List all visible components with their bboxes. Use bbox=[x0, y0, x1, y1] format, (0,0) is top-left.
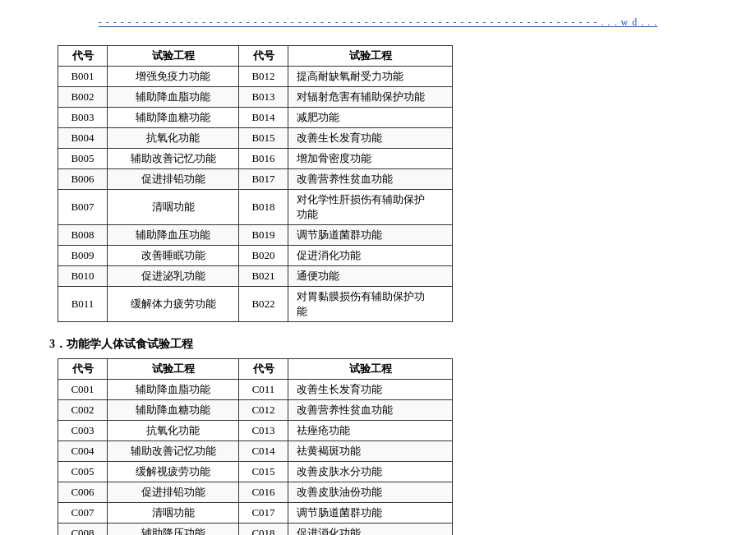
header-c-code1: 代号 bbox=[58, 359, 108, 380]
c-code2: C014 bbox=[239, 441, 288, 462]
b-code1: B004 bbox=[58, 128, 108, 149]
table-row: C001辅助降血脂功能C011改善生长发育功能 bbox=[58, 380, 453, 400]
b-code2: B013 bbox=[239, 87, 288, 108]
table-row: B002辅助降血脂功能B013对辐射危害有辅助保护功能 bbox=[58, 87, 453, 108]
b-code1: B001 bbox=[58, 67, 108, 87]
table-row: B007清咽功能B018对化学性肝损伤有辅助保护功能 bbox=[58, 190, 453, 225]
table-row: C002辅助降血糖功能C012改善营养性贫血功能 bbox=[58, 400, 453, 421]
table-row: C005缓解视疲劳功能C015改善皮肤水分功能 bbox=[58, 462, 453, 482]
c-name2: 促进消化功能 bbox=[288, 523, 453, 536]
c-code1: C005 bbox=[58, 462, 108, 482]
table-row: B003辅助降血糖功能B014减肥功能 bbox=[58, 108, 453, 128]
b-code2: B019 bbox=[239, 225, 288, 246]
b-code2: B016 bbox=[239, 149, 288, 169]
c-code1: C006 bbox=[58, 482, 108, 503]
c-code1: C003 bbox=[58, 421, 108, 441]
header-b-code2: 代号 bbox=[239, 46, 288, 67]
c-name2: 调节肠道菌群功能 bbox=[288, 503, 453, 523]
b-name2: 减肥功能 bbox=[288, 108, 453, 128]
c-name1: 抗氧化功能 bbox=[108, 421, 239, 441]
c-name2: 改善皮肤油份功能 bbox=[288, 482, 453, 503]
b-name1: 改善睡眠功能 bbox=[108, 246, 239, 266]
table-row: B009改善睡眠功能B020促进消化功能 bbox=[58, 246, 453, 266]
b-code1: B007 bbox=[58, 190, 108, 225]
b-code2: B020 bbox=[239, 246, 288, 266]
b-code2: B012 bbox=[239, 67, 288, 87]
section3-title: 3．功能学人体试食试验工程 bbox=[49, 337, 723, 352]
header-b-code1: 代号 bbox=[58, 46, 108, 67]
c-name1: 辅助降血糖功能 bbox=[108, 400, 239, 421]
b-name1: 辅助降血糖功能 bbox=[108, 108, 239, 128]
b-name1: 抗氧化功能 bbox=[108, 128, 239, 149]
b-name1: 促进泌乳功能 bbox=[108, 266, 239, 287]
b-name2: 对胃黏膜损伤有辅助保护功能 bbox=[288, 287, 453, 322]
b-name1: 清咽功能 bbox=[108, 190, 239, 225]
b-code2: B014 bbox=[239, 108, 288, 128]
header-c-name2: 试验工程 bbox=[288, 359, 453, 380]
table-row: C004辅助改善记忆功能C014祛黄褐斑功能 bbox=[58, 441, 453, 462]
b-code2: B021 bbox=[239, 266, 288, 287]
b-code2: B018 bbox=[239, 190, 288, 225]
b-code1: B011 bbox=[58, 287, 108, 322]
header-b-name1: 试验工程 bbox=[108, 46, 239, 67]
c-name1: 辅助降血脂功能 bbox=[108, 380, 239, 400]
table-row: B006促进排铅功能B017改善营养性贫血功能 bbox=[58, 169, 453, 190]
table-row: B004抗氧化功能B015改善生长发育功能 bbox=[58, 128, 453, 149]
c-code2: C015 bbox=[239, 462, 288, 482]
c-code1: C002 bbox=[58, 400, 108, 421]
b-code2: B015 bbox=[239, 128, 288, 149]
b-name1: 辅助降血压功能 bbox=[108, 225, 239, 246]
c-name1: 辅助降压功能 bbox=[108, 523, 239, 536]
b-name1: 辅助改善记忆功能 bbox=[108, 149, 239, 169]
b-name1: 辅助降血脂功能 bbox=[108, 87, 239, 108]
b-name1: 增强免疫力功能 bbox=[108, 67, 239, 87]
b-series-table: 代号 试验工程 代号 试验工程 B001增强免疫力功能B012提高耐缺氧耐受力功… bbox=[58, 45, 453, 322]
table-row: B001增强免疫力功能B012提高耐缺氧耐受力功能 bbox=[58, 67, 453, 87]
b-code1: B009 bbox=[58, 246, 108, 266]
b-name2: 促进消化功能 bbox=[288, 246, 453, 266]
b-name2: 改善生长发育功能 bbox=[288, 128, 453, 149]
b-code1: B003 bbox=[58, 108, 108, 128]
c-code2: C012 bbox=[239, 400, 288, 421]
b-name2: 调节肠道菌群功能 bbox=[288, 225, 453, 246]
c-name1: 缓解视疲劳功能 bbox=[108, 462, 239, 482]
b-name2: 提高耐缺氧耐受力功能 bbox=[288, 67, 453, 87]
c-code1: C007 bbox=[58, 503, 108, 523]
b-code2: B022 bbox=[239, 287, 288, 322]
c-code2: C011 bbox=[239, 380, 288, 400]
b-code1: B006 bbox=[58, 169, 108, 190]
c-name2: 祛痤疮功能 bbox=[288, 421, 453, 441]
b-code1: B008 bbox=[58, 225, 108, 246]
c-series-table: 代号 试验工程 代号 试验工程 C001辅助降血脂功能C011改善生长发育功能C… bbox=[58, 358, 453, 535]
header-b-name2: 试验工程 bbox=[288, 46, 453, 67]
table-row: B010促进泌乳功能B021通便功能 bbox=[58, 266, 453, 287]
header-c-name1: 试验工程 bbox=[108, 359, 239, 380]
c-code2: C016 bbox=[239, 482, 288, 503]
b-code1: B010 bbox=[58, 266, 108, 287]
table-row: B005辅助改善记忆功能B016增加骨密度功能 bbox=[58, 149, 453, 169]
b-code1: B002 bbox=[58, 87, 108, 108]
table-row: B008辅助降血压功能B019调节肠道菌群功能 bbox=[58, 225, 453, 246]
c-code2: C017 bbox=[239, 503, 288, 523]
c-code1: C008 bbox=[58, 523, 108, 536]
c-name2: 改善生长发育功能 bbox=[288, 380, 453, 400]
b-name1: 缓解体力疲劳功能 bbox=[108, 287, 239, 322]
c-code2: C013 bbox=[239, 421, 288, 441]
c-code1: C001 bbox=[58, 380, 108, 400]
b-name2: 改善营养性贫血功能 bbox=[288, 169, 453, 190]
c-code1: C004 bbox=[58, 441, 108, 462]
top-link[interactable]: - - - - - - - - - - - - - - - - - - - - … bbox=[33, 16, 723, 29]
table-row: C003抗氧化功能C013祛痤疮功能 bbox=[58, 421, 453, 441]
c-name1: 清咽功能 bbox=[108, 503, 239, 523]
c-name1: 促进排铅功能 bbox=[108, 482, 239, 503]
table-row: C007清咽功能C017调节肠道菌群功能 bbox=[58, 503, 453, 523]
b-name2: 通便功能 bbox=[288, 266, 453, 287]
c-name1: 辅助改善记忆功能 bbox=[108, 441, 239, 462]
b-name2: 对辐射危害有辅助保护功能 bbox=[288, 87, 453, 108]
b-name1: 促进排铅功能 bbox=[108, 169, 239, 190]
table-row: C006促进排铅功能C016改善皮肤油份功能 bbox=[58, 482, 453, 503]
header-c-code2: 代号 bbox=[239, 359, 288, 380]
c-name2: 祛黄褐斑功能 bbox=[288, 441, 453, 462]
c-name2: 改善营养性贫血功能 bbox=[288, 400, 453, 421]
b-code2: B017 bbox=[239, 169, 288, 190]
